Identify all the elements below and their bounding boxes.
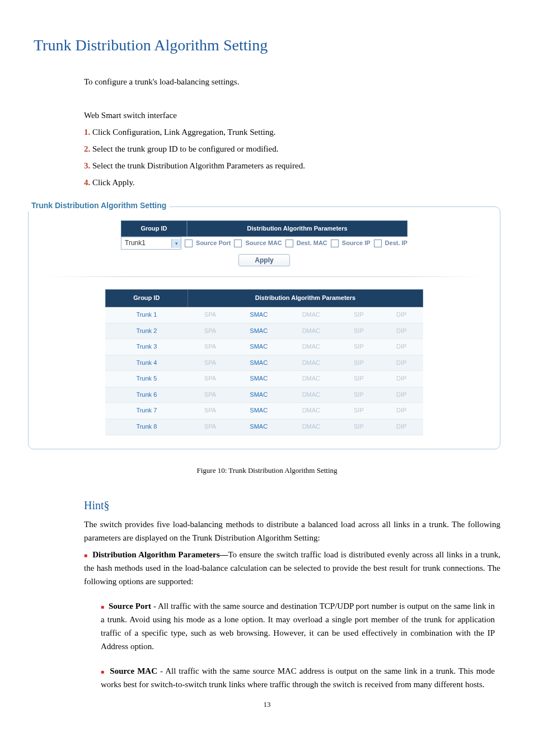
cell-group: Trunk 1 [105, 307, 188, 323]
cell-dmac: DMAC [285, 307, 338, 323]
cell-group: Trunk 3 [105, 339, 188, 355]
cell-sip: SIP [338, 339, 380, 355]
label-source-port: Source Port [196, 238, 231, 248]
checkbox-source-mac[interactable] [234, 240, 242, 247]
hint-title: Hint§ [84, 496, 500, 514]
page-title: Trunk Distribution Algorithm Setting [34, 33, 500, 58]
step-3-num: 3. [84, 161, 90, 170]
step-2-num: 2. [84, 144, 90, 153]
table-header-group: Group ID [105, 290, 188, 307]
cell-dip: DIP [380, 339, 423, 355]
web-smart-line: Web Smart switch interface [84, 109, 500, 122]
cell-smac: SMAC [233, 355, 285, 371]
checkbox-source-ip[interactable] [331, 240, 339, 247]
cell-sip: SIP [338, 323, 380, 339]
checkbox-dest-mac[interactable] [285, 240, 293, 247]
cell-dip: DIP [380, 323, 423, 339]
cell-group: Trunk 8 [105, 419, 188, 435]
cell-smac: SMAC [233, 403, 285, 419]
cell-sip: SIP [338, 403, 380, 419]
cell-group: Trunk 7 [105, 403, 188, 419]
cell-dip: DIP [380, 371, 423, 387]
cell-group: Trunk 2 [105, 323, 188, 339]
cell-spa: SPA [188, 339, 232, 355]
table-row: Trunk 4SPASMACDMACSIPDIP [105, 355, 423, 371]
step-2-text: Select the trunk group ID to be configur… [90, 144, 278, 153]
sp-text: - All traffic with the same source and d… [101, 602, 495, 651]
cell-dmac: DMAC [285, 323, 338, 339]
figure-caption: Figure 10: Trunk Distribution Algorithm … [34, 465, 500, 477]
table-row: Trunk 5SPASMACDMACSIPDIP [105, 371, 423, 387]
step-4: 4. Click Apply. [84, 176, 500, 189]
apply-button[interactable]: Apply [238, 254, 289, 266]
sm-text: - All traffic with the same source MAC a… [101, 666, 495, 689]
sm-label: Source MAC [110, 666, 157, 675]
cell-dmac: DMAC [285, 355, 338, 371]
table-row: Trunk 2SPASMACDMACSIPDIP [105, 323, 423, 339]
table-row: Trunk 1SPASMACDMACSIPDIP [105, 307, 423, 323]
step-1-text: Click Configuration, Link Aggregation, T… [90, 128, 275, 137]
dap-label: Distribution Algorithm Parameters— [92, 550, 228, 559]
group-id-select[interactable]: Trunk1 ▾ [121, 237, 181, 250]
cell-dmac: DMAC [285, 403, 338, 419]
cell-sip: SIP [338, 355, 380, 371]
table-row: Trunk 6SPASMACDMACSIPDIP [105, 387, 423, 403]
cell-sip: SIP [338, 307, 380, 323]
bullet-icon: ■ [84, 552, 88, 558]
step-3-text: Select the trunk Distribution Algorithm … [90, 161, 305, 170]
cell-spa: SPA [188, 371, 232, 387]
cell-spa: SPA [188, 323, 232, 339]
cell-smac: SMAC [233, 371, 285, 387]
sp-label: Source Port [109, 602, 151, 611]
cell-spa: SPA [188, 403, 232, 419]
group-id-selected-value: Trunk1 [125, 238, 146, 248]
cell-dmac: DMAC [285, 419, 338, 435]
cell-group: Trunk 4 [105, 355, 188, 371]
checkbox-dest-ip[interactable] [374, 240, 382, 247]
checkbox-source-port[interactable] [185, 240, 193, 247]
cell-spa: SPA [188, 307, 232, 323]
cell-smac: SMAC [233, 387, 285, 403]
cell-spa: SPA [188, 419, 232, 435]
table-row: Trunk 7SPASMACDMACSIPDIP [105, 403, 423, 419]
cell-dip: DIP [380, 403, 423, 419]
cell-spa: SPA [188, 355, 232, 371]
step-1: 1. Click Configuration, Link Aggregation… [84, 125, 500, 139]
cell-group: Trunk 6 [105, 387, 188, 403]
step-2: 2. Select the trunk group ID to be confi… [84, 142, 500, 156]
panel-legend: Trunk Distribution Algorithm Setting [28, 199, 170, 212]
table-row: Trunk 3SPASMACDMACSIPDIP [105, 339, 423, 355]
cell-sip: SIP [338, 371, 380, 387]
step-4-num: 4. [84, 178, 90, 187]
label-source-mac: Source MAC [245, 238, 282, 248]
table-header-params: Distribution Algorithm Parameters [188, 290, 423, 307]
step-4-text: Click Apply. [90, 178, 134, 187]
cell-smac: SMAC [233, 307, 285, 323]
cell-smac: SMAC [233, 339, 285, 355]
step-1-num: 1. [84, 128, 90, 137]
page-number: 13 [34, 699, 500, 711]
label-dest-ip: Dest. IP [385, 238, 407, 248]
cell-smac: SMAC [233, 323, 285, 339]
hint-dap: ■ Distribution Algorithm Parameters—To e… [84, 548, 500, 588]
config-header-group: Group ID [121, 220, 187, 237]
cell-dip: DIP [380, 387, 423, 403]
step-3: 3. Select the trunk Distribution Algorit… [84, 159, 500, 172]
cell-sip: SIP [338, 387, 380, 403]
hint-intro: The switch provides five load-balancing … [84, 518, 500, 544]
label-dest-mac: Dest. MAC [297, 238, 327, 248]
cell-dmac: DMAC [285, 339, 338, 355]
chevron-down-icon: ▾ [171, 239, 181, 248]
divider [45, 276, 483, 277]
cell-dip: DIP [380, 355, 423, 371]
label-source-ip: Source IP [342, 238, 371, 248]
cell-spa: SPA [188, 387, 232, 403]
hint-source-port: ■ Source Port - All traffic with the sam… [101, 599, 495, 653]
bullet-icon: ■ [101, 669, 105, 675]
cell-group: Trunk 5 [105, 371, 188, 387]
intro-text: To configure a trunk's load-balancing se… [84, 75, 500, 88]
cell-dmac: DMAC [285, 371, 338, 387]
trunk-table: Group ID Distribution Algorithm Paramete… [105, 289, 423, 435]
cell-smac: SMAC [233, 419, 285, 435]
cell-sip: SIP [338, 419, 380, 435]
